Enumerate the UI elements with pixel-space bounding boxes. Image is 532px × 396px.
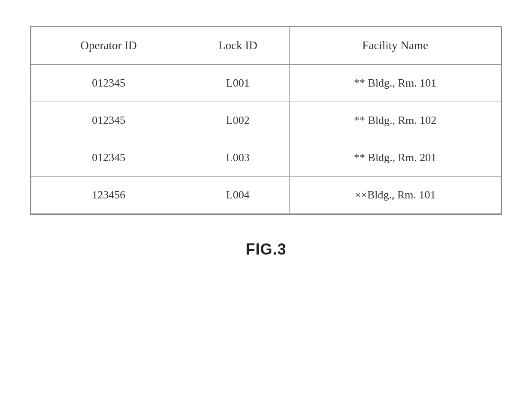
cell-facility-name: ** Bldg., Rm. 102 bbox=[290, 102, 501, 139]
table-header-row: Operator ID Lock ID Facility Name bbox=[31, 27, 501, 65]
figure-label: FIG.3 bbox=[245, 240, 286, 258]
cell-lock-id: L002 bbox=[186, 102, 290, 139]
cell-operator-id: 012345 bbox=[31, 102, 186, 139]
cell-facility-name: ** Bldg., Rm. 101 bbox=[290, 65, 501, 102]
table-row: 123456L004××Bldg., Rm. 101 bbox=[31, 177, 501, 214]
header-operator-id: Operator ID bbox=[31, 27, 186, 65]
table-row: 012345L002** Bldg., Rm. 102 bbox=[31, 102, 501, 139]
cell-lock-id: L001 bbox=[186, 65, 290, 102]
header-lock-id: Lock ID bbox=[186, 27, 290, 65]
table-row: 012345L001** Bldg., Rm. 101 bbox=[31, 65, 501, 102]
table-row: 012345L003** Bldg., Rm. 201 bbox=[31, 139, 501, 177]
cell-operator-id: 123456 bbox=[31, 177, 186, 214]
cell-facility-name: ** Bldg., Rm. 201 bbox=[290, 139, 501, 177]
cell-lock-id: L004 bbox=[186, 177, 290, 214]
cell-facility-name: ××Bldg., Rm. 101 bbox=[290, 177, 501, 214]
cell-lock-id: L003 bbox=[186, 139, 290, 177]
header-facility-name: Facility Name bbox=[290, 27, 501, 65]
cell-operator-id: 012345 bbox=[31, 65, 186, 102]
data-table: Operator ID Lock ID Facility Name 012345… bbox=[30, 26, 502, 215]
cell-operator-id: 012345 bbox=[31, 139, 186, 177]
